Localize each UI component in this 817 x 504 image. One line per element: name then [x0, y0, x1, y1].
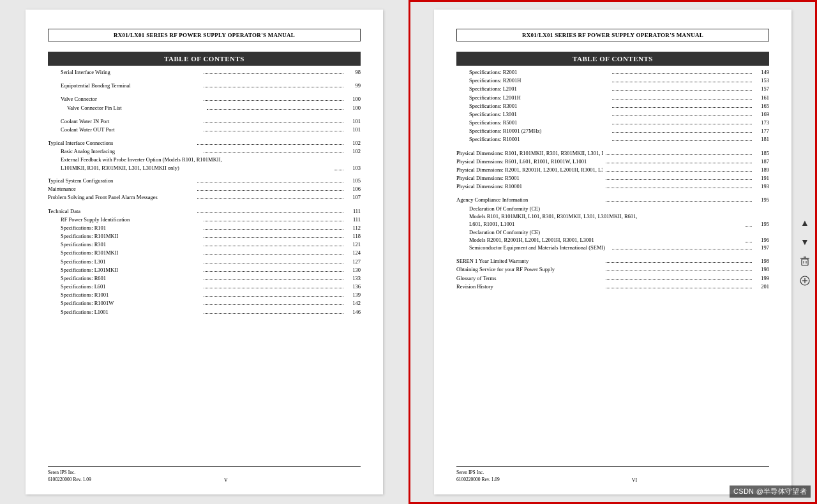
toc-dots	[612, 73, 753, 74]
toc-row-spec-l2001: Specifications: L2001 157	[456, 85, 769, 93]
toc-dots	[204, 122, 344, 123]
toc-label: Serial Interface Wiring	[61, 68, 201, 77]
left-toc-table: TABLE OF CONTENTS	[48, 52, 361, 66]
toc-row-spec-r10001-27: Specifications: R10001 (27MHz) 177	[456, 127, 769, 135]
toc-dots	[334, 170, 343, 170]
toc-label: Specifications: L1001	[61, 308, 201, 316]
toc-row-valve-pin: Valve Connector Pin List 100	[48, 104, 361, 112]
right-doc-header: RX01/LX01 SERIES RF POWER SUPPLY OPERATO…	[456, 29, 769, 41]
toc-label: Glossary of Terms	[456, 274, 603, 283]
toc-label: Valve Connector	[61, 95, 201, 103]
toc-page: 133	[345, 274, 361, 283]
toc-label: Obtaining Service for your RF Power Supp…	[456, 265, 603, 274]
toc-label: Specifications: L601	[61, 283, 201, 291]
toc-row-external-feedback: External Feedback with Probe Inverter Op…	[48, 156, 361, 172]
toc-row-spec-r301mkii: Specifications: R301MKII 124	[48, 249, 361, 257]
toc-label: Coolant Water OUT Port	[61, 126, 201, 134]
toc-row-tech-data: Technical Data 111	[48, 207, 361, 216]
toc-dots	[204, 313, 344, 314]
right-page-area: RX01/LX01 SERIES RF POWER SUPPLY OPERATO…	[408, 0, 817, 504]
toc-dots	[204, 131, 344, 131]
toc-dots	[606, 201, 753, 202]
delete-icon[interactable]	[797, 254, 813, 269]
toc-row-glossary: Glossary of Terms 199	[456, 274, 769, 283]
toc-label: Physical Dimensions: R2001, R2001H, L200…	[456, 166, 603, 174]
toc-page: 198	[753, 265, 769, 274]
toc-label: Equipotential Bonding Terminal	[61, 82, 201, 90]
toc-label: Specifications: R10001	[469, 135, 610, 144]
toc-page: 193	[753, 182, 769, 191]
add-icon[interactable]	[797, 273, 813, 288]
toc-label: Specifications: R1001	[61, 291, 201, 299]
toc-dots	[746, 242, 752, 242]
toc-dots	[606, 188, 753, 188]
toc-label: Revision History	[456, 283, 603, 291]
toc-dots	[204, 263, 344, 263]
toc-page: 187	[753, 158, 769, 166]
footer-company-right: Seren IPS Inc. 6100220000 Rev. 1.09	[456, 470, 500, 483]
toc-page: 139	[345, 291, 361, 299]
toc-row-coolant-out: Coolant Water OUT Port 101	[48, 126, 361, 134]
toc-row-phys-r10001: Physical Dimensions: R10001 193	[456, 182, 769, 191]
toc-dots	[204, 237, 344, 238]
toc-row-phys-r101: Physical Dimensions: R101, R101MKII, R30…	[456, 149, 769, 158]
toc-row-spec-l1001: Specifications: L1001 146	[48, 308, 361, 316]
toc-row-spec-r1001: Specifications: R1001 139	[48, 291, 361, 299]
left-page-area: RX01/LX01 SERIES RF POWER SUPPLY OPERATO…	[0, 0, 408, 504]
toc-dots	[204, 87, 344, 87]
toc-row-spec-r2001: Specifications: R2001 149	[456, 68, 769, 77]
toc-label: Specifications: L301MKII	[61, 266, 201, 274]
toc-dots	[612, 132, 753, 133]
toc-row-equipotential: Equipotential Bonding Terminal 99	[48, 82, 361, 90]
toc-row-spec-r2001h: Specifications: R2001H 153	[456, 77, 769, 85]
toc-label: Typical System Configuration	[48, 177, 195, 185]
left-toc-title: TABLE OF CONTENTS	[48, 52, 361, 66]
toc-page: 98	[345, 68, 361, 77]
toc-label: Declaration Of Conformity (CE) Models R1…	[469, 205, 743, 228]
toc-row-spec-r1001w: Specifications: R1001W 142	[48, 299, 361, 308]
toc-row-agency: Agency Compliance Information 195	[456, 196, 769, 204]
toc-row-spec-l601: Specifications: L601 136	[48, 283, 361, 291]
toc-row-typical-interface: Typical Interface Connections 102	[48, 139, 361, 147]
toc-row-spec-r101: Specifications: R101 112	[48, 224, 361, 232]
left-document-page: RX01/LX01 SERIES RF POWER SUPPLY OPERATO…	[26, 10, 383, 494]
toc-row-serial: Serial Interface Wiring 98	[48, 68, 361, 77]
toc-dots	[746, 226, 752, 227]
toc-page: 191	[753, 174, 769, 182]
toc-label: Specifications: L2001	[469, 85, 610, 93]
toc-row-typical-sys: Typical System Configuration 105	[48, 177, 361, 185]
toc-label: Basic Analog Interfacing	[61, 147, 201, 156]
right-footer: Seren IPS Inc. 6100220000 Rev. 1.09 VI	[456, 466, 769, 483]
toc-label: Specifications: L2001H	[469, 94, 610, 102]
toc-dots	[204, 152, 344, 153]
toc-label: Specifications: L3001	[469, 110, 610, 119]
toc-label: Specifications: L301	[61, 258, 201, 266]
toc-label: Specifications: R10001 (27MHz)	[469, 127, 610, 135]
toc-page: 101	[345, 117, 361, 126]
scroll-down-icon[interactable]: ▼	[797, 235, 813, 250]
toc-row-spec-l2001h: Specifications: L2001H 161	[456, 94, 769, 102]
toc-page: 105	[345, 177, 361, 185]
toc-row-spec-r101mkii: Specifications: R101MKII 118	[48, 232, 361, 241]
toc-row-basic-analog: Basic Analog Interfacing 102	[48, 147, 361, 156]
toc-page: 195	[753, 196, 769, 204]
toc-label: Specifications: R601	[61, 274, 201, 283]
toc-page: 99	[345, 82, 361, 90]
toc-page: 103	[345, 164, 361, 172]
toc-page: 130	[345, 266, 361, 274]
toc-dots	[197, 198, 344, 199]
toc-label: Physical Dimensions: R5001	[456, 174, 603, 182]
toc-row-spec-r601: Specifications: R601 133	[48, 274, 361, 283]
toc-dots	[197, 212, 344, 213]
scroll-up-icon[interactable]: ▲	[797, 216, 813, 231]
toc-page: 102	[345, 147, 361, 156]
toc-dots	[207, 109, 344, 110]
toc-page: 111	[345, 216, 361, 224]
toc-dots	[197, 144, 344, 145]
toc-dots	[204, 100, 344, 101]
toc-page: 173	[753, 119, 769, 127]
toc-row-service: Obtaining Service for your RF Power Supp…	[456, 265, 769, 274]
right-document-page: RX01/LX01 SERIES RF POWER SUPPLY OPERATO…	[434, 10, 791, 494]
toc-row-dec-conf-1: Declaration Of Conformity (CE) Models R1…	[456, 205, 769, 228]
toc-row-phys-r2001: Physical Dimensions: R2001, R2001H, L200…	[456, 166, 769, 174]
